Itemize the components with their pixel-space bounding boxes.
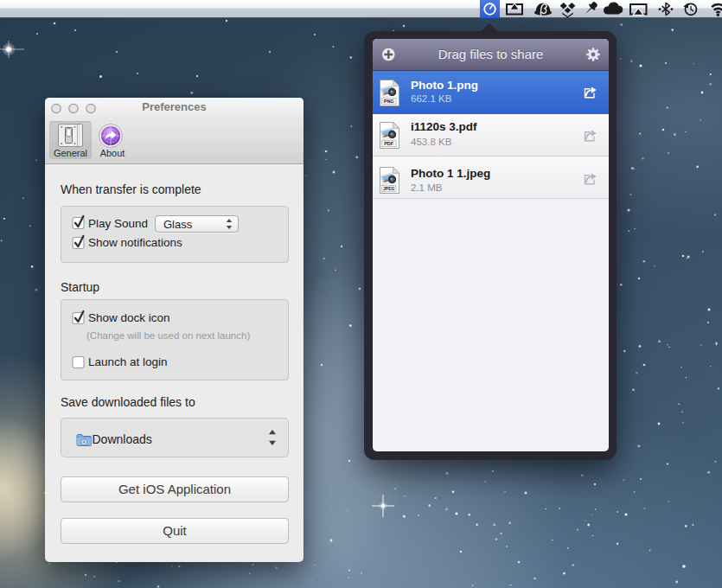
svg-text:PDF: PDF [384, 141, 394, 146]
svg-text:JPEG: JPEG [383, 186, 394, 191]
svg-text:PNG: PNG [383, 99, 393, 104]
